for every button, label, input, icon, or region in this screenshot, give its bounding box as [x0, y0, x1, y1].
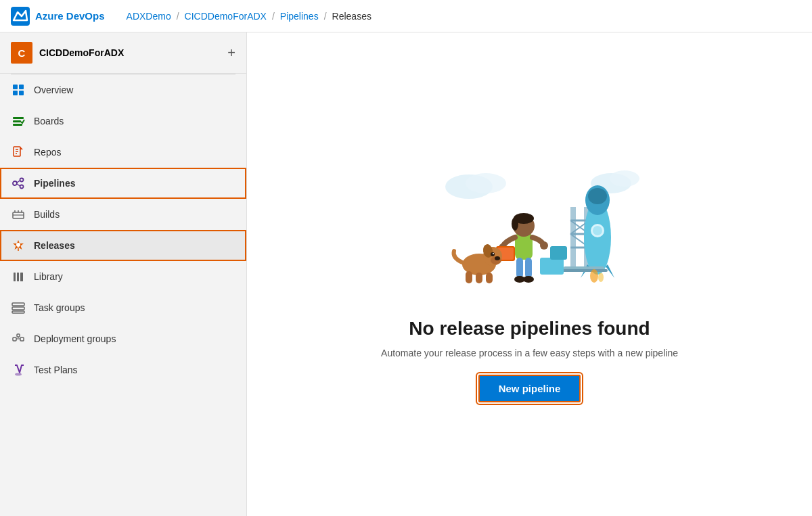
releases-icon — [11, 238, 26, 253]
sidebar-label-pipelines: Pipelines — [34, 178, 75, 189]
main-layout: C CICDDemoForADX + Overview — [0, 32, 812, 516]
svg-rect-80 — [466, 271, 472, 283]
sidebar-item-deploymentgroups[interactable]: Deployment groups — [0, 323, 246, 354]
brand-logo[interactable]: Azure DevOps — [11, 7, 105, 26]
sidebar-label-testplans: Test Plans — [34, 365, 78, 375]
svg-line-16 — [17, 181, 20, 183]
add-project-button[interactable]: + — [227, 46, 235, 60]
sidebar-item-builds[interactable]: Builds — [0, 199, 246, 230]
sidebar-label-releases: Releases — [34, 240, 75, 251]
svg-rect-25 — [14, 273, 16, 281]
svg-rect-2 — [13, 85, 18, 89]
sidebar: C CICDDemoForADX + Overview — [0, 32, 247, 516]
svg-rect-81 — [476, 273, 482, 283]
svg-rect-7 — [13, 120, 21, 122]
svg-rect-5 — [19, 91, 24, 95]
svg-rect-58 — [560, 269, 608, 272]
topbar: Azure DevOps ADXDemo / CICDDemoForADX / … — [0, 0, 812, 32]
breadcrumb-cicddemo[interactable]: CICDDemoForADX — [185, 11, 267, 22]
project-name: CICDDemoForADX — [39, 47, 221, 58]
svg-point-39 — [466, 173, 506, 193]
sidebar-item-pipelines[interactable]: Pipelines — [0, 168, 246, 199]
sidebar-item-testplans[interactable]: Test Plans — [0, 354, 246, 385]
sidebar-label-deploymentgroups: Deployment groups — [34, 333, 116, 344]
pipelines-icon — [11, 176, 26, 191]
testplans-icon — [11, 362, 26, 377]
deploymentgroups-icon — [11, 331, 26, 346]
sidebar-label-boards: Boards — [34, 116, 64, 126]
svg-rect-84 — [550, 246, 567, 260]
svg-point-79 — [493, 253, 494, 254]
svg-rect-27 — [20, 273, 23, 281]
svg-point-78 — [491, 252, 495, 256]
svg-point-76 — [495, 256, 500, 260]
breadcrumb-sep-2: / — [272, 11, 275, 22]
library-icon — [11, 269, 26, 284]
svg-point-59 — [590, 269, 598, 283]
svg-point-37 — [15, 373, 22, 376]
sidebar-item-overview[interactable]: Overview — [0, 74, 246, 105]
breadcrumb-sep-3: / — [324, 11, 327, 22]
project-avatar: C — [11, 42, 32, 64]
svg-point-41 — [610, 170, 639, 187]
svg-rect-33 — [20, 337, 24, 341]
boards-icon — [11, 114, 26, 128]
taskgroups-icon — [11, 300, 26, 315]
svg-rect-68 — [525, 258, 532, 278]
sidebar-label-repos: Repos — [34, 147, 61, 158]
empty-state-title: No release pipelines found — [409, 318, 650, 339]
content-area: No release pipelines found Automate your… — [247, 32, 812, 516]
svg-rect-8 — [13, 124, 22, 126]
breadcrumb-adxdemo[interactable]: ADXDemo — [127, 11, 171, 22]
brand-label: Azure DevOps — [35, 10, 105, 22]
svg-rect-67 — [516, 258, 523, 278]
svg-rect-32 — [17, 334, 20, 337]
repos-icon — [11, 145, 26, 160]
sidebar-item-releases[interactable]: Releases — [0, 230, 246, 261]
overview-icon — [11, 83, 26, 97]
project-header: C CICDDemoForADX + — [0, 32, 246, 74]
svg-point-64 — [512, 217, 518, 231]
svg-point-70 — [523, 276, 534, 283]
svg-rect-83 — [540, 258, 564, 275]
azure-devops-logo-icon — [11, 7, 30, 26]
svg-rect-30 — [12, 311, 24, 313]
svg-point-60 — [598, 273, 604, 282]
svg-rect-28 — [12, 303, 24, 306]
sidebar-item-library[interactable]: Library — [0, 261, 246, 292]
svg-point-15 — [20, 185, 24, 189]
empty-state-subtitle: Automate your release process in a few e… — [381, 348, 678, 358]
svg-rect-26 — [17, 273, 19, 281]
svg-point-56 — [593, 226, 602, 235]
svg-point-52 — [588, 188, 607, 204]
svg-point-66 — [540, 241, 548, 250]
builds-icon — [11, 207, 26, 222]
sidebar-label-builds: Builds — [34, 209, 60, 220]
svg-point-23 — [16, 243, 20, 247]
svg-rect-6 — [13, 117, 24, 119]
svg-rect-29 — [12, 307, 24, 310]
svg-rect-82 — [486, 273, 493, 283]
breadcrumb-pipelines[interactable]: Pipelines — [280, 11, 319, 22]
svg-point-14 — [20, 179, 24, 182]
sidebar-item-repos[interactable]: Repos — [0, 137, 246, 168]
sidebar-item-taskgroups[interactable]: Task groups — [0, 292, 246, 323]
new-pipeline-button[interactable]: New pipeline — [478, 375, 581, 402]
sidebar-label-overview: Overview — [34, 85, 73, 95]
empty-state-illustration — [415, 146, 645, 302]
svg-rect-31 — [13, 337, 16, 341]
svg-point-13 — [13, 181, 17, 185]
svg-rect-3 — [19, 85, 24, 89]
sidebar-label-taskgroups: Task groups — [34, 302, 85, 313]
breadcrumb-sep-1: / — [177, 11, 179, 22]
svg-line-17 — [17, 184, 20, 186]
breadcrumb-releases: Releases — [332, 11, 371, 22]
sidebar-label-library: Library — [34, 271, 63, 282]
breadcrumb: ADXDemo / CICDDemoForADX / Pipelines / R… — [127, 11, 371, 22]
svg-rect-4 — [13, 91, 18, 95]
sidebar-item-boards[interactable]: Boards — [0, 105, 246, 137]
